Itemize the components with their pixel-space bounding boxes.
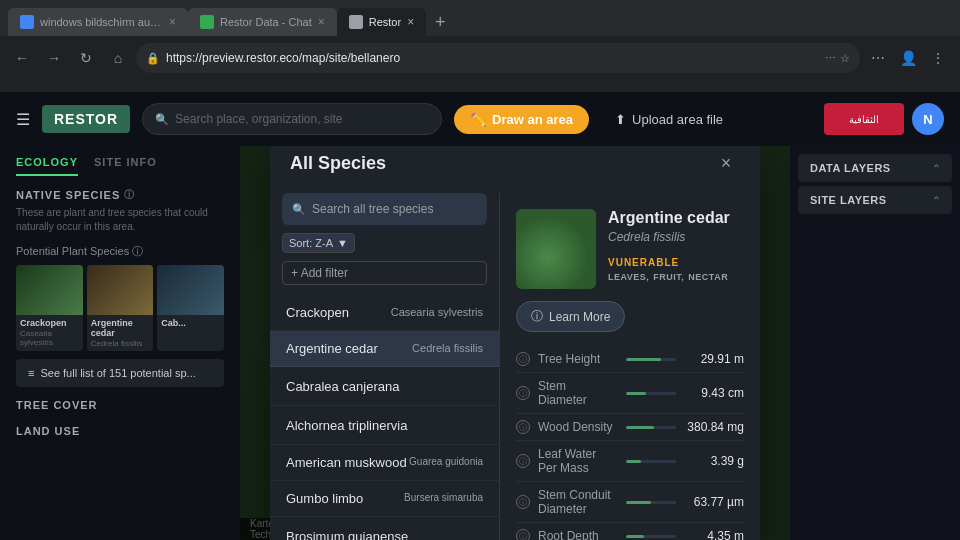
species-latin-1: Casearia sylvestris: [16, 329, 83, 350]
app-search-input[interactable]: Search place, organization, site: [175, 112, 342, 126]
stat-icon-height: ⓘ: [516, 352, 530, 366]
species-list-item-alchornea[interactable]: Alchornea triplinervia: [270, 406, 499, 445]
learn-more-button[interactable]: ⓘ Learn More: [516, 301, 625, 332]
star-icon[interactable]: ☆: [840, 52, 850, 65]
species-search-bar[interactable]: 🔍 Search all tree species: [282, 193, 487, 225]
species-item-row-2: Argentine cedar Cedrela fissilis: [286, 341, 483, 356]
draw-area-button[interactable]: ✏️ Draw an area: [454, 105, 589, 134]
hamburger-menu[interactable]: ☰: [16, 110, 30, 129]
modal-body: 🔍 Search all tree species Sort: Z-A ▼: [270, 193, 760, 540]
tab-1[interactable]: windows bildschirm aufzeicn... ×: [8, 8, 188, 36]
species-grid: Crackopen Casearia sylvestris Argentine …: [16, 265, 224, 351]
new-tab-button[interactable]: +: [426, 8, 454, 36]
species-detail-info: Argentine cedar Cedrela fissilis VUNERAB…: [608, 209, 744, 289]
stat-label-leaf: Leaf Water Per Mass: [538, 447, 618, 475]
app-search-bar[interactable]: 🔍 Search place, organization, site: [142, 103, 442, 135]
tab-1-favicon: [20, 15, 34, 29]
species-item-row: Crackopen Casearia sylvestris: [286, 305, 483, 320]
stat-label-conduit: Stem Conduit Diameter: [538, 488, 618, 516]
home-button[interactable]: ⌂: [104, 44, 132, 72]
species-name-3: Cab...: [157, 315, 224, 329]
species-card-2[interactable]: Argentine cedar Cedrela fissilis: [87, 265, 154, 351]
stat-stem-conduit: ⓘ Stem Conduit Diameter 63.77 µm: [516, 482, 744, 523]
data-layers-button[interactable]: DATA LAYERS ⌃: [798, 154, 952, 182]
see-full-list-button[interactable]: ≡ See full list of 151 potential sp...: [16, 359, 224, 387]
tab-site-info[interactable]: SITE INFO: [94, 156, 157, 176]
species-item-row-6: Gumbo limbo Bursera simaruba: [286, 491, 483, 506]
species-search-input[interactable]: Search all tree species: [312, 202, 477, 216]
back-button[interactable]: ←: [8, 44, 36, 72]
species-list-item-brosimum[interactable]: Brosimum guianense: [270, 517, 499, 540]
species-tags: LEAVES, FRUIT, NECTAR: [608, 272, 744, 282]
site-layers-button[interactable]: SITE LAYERS ⌃: [798, 186, 952, 214]
sidebar-tabs: ECOLOGY SITE INFO: [0, 146, 240, 176]
modal-close-button[interactable]: ×: [712, 149, 740, 177]
stat-leaf-water: ⓘ Leaf Water Per Mass 3.39 g: [516, 441, 744, 482]
app: ☰ RESTOR 🔍 Search place, organization, s…: [0, 92, 960, 540]
stat-bar-height: [626, 358, 676, 361]
tab-3-close[interactable]: ×: [407, 15, 414, 29]
info-circle-icon: ⓘ: [531, 308, 543, 325]
species-name-1: Crackopen: [16, 315, 83, 329]
modal-overlay: All Species × 🔍 Search all tree species: [240, 146, 790, 540]
stat-bar-stem: [626, 392, 676, 395]
menu-button[interactable]: ⋮: [924, 44, 952, 72]
extensions-button[interactable]: ⋯: [864, 44, 892, 72]
species-card-3[interactable]: Cab...: [157, 265, 224, 351]
search-icon: 🔍: [155, 113, 169, 126]
list-icon: ≡: [28, 367, 34, 379]
tab-2-close[interactable]: ×: [318, 15, 325, 29]
native-species-desc: These are plant and tree species that co…: [16, 206, 224, 234]
stat-bar-root: [626, 535, 676, 538]
tab-3[interactable]: Restor ×: [337, 8, 426, 36]
stat-value-stem: 9.43 cm: [684, 386, 744, 400]
species-list-item-cabralea[interactable]: Cabralea canjerana: [270, 367, 499, 406]
sort-select[interactable]: Sort: Z-A ▼: [282, 233, 355, 253]
tab-bar: windows bildschirm aufzeicn... × Restor …: [0, 0, 960, 36]
profile-button[interactable]: 👤: [894, 44, 922, 72]
species-list-panel: 🔍 Search all tree species Sort: Z-A ▼: [270, 193, 500, 540]
tab-3-favicon: [349, 15, 363, 29]
species-card-1[interactable]: Crackopen Casearia sylvestris: [16, 265, 83, 351]
tab-1-label: windows bildschirm aufzeicn...: [40, 16, 163, 28]
tab-ecology[interactable]: ECOLOGY: [16, 156, 78, 176]
topbar-right: الثقافية N: [824, 103, 944, 135]
tree-cover-title: TREE COVER: [16, 399, 224, 411]
stat-value-height: 29.91 m: [684, 352, 744, 366]
tab-2[interactable]: Restor Data - Chat ×: [188, 8, 337, 36]
native-species-section: NATIVE SPECIES ⓘ These are plant and tre…: [0, 176, 240, 387]
species-search-container: 🔍 Search all tree species: [270, 193, 499, 233]
reload-button[interactable]: ↻: [72, 44, 100, 72]
upload-area-button[interactable]: ⬆ Upload area file: [601, 105, 737, 134]
map-area[interactable]: Google Kartendaten © 2021 Bilder © 2021 …: [240, 146, 790, 540]
user-avatar[interactable]: N: [912, 103, 944, 135]
stat-bar-fill-wood: [626, 426, 654, 429]
address-bar[interactable]: 🔒 https://preview.restor.eco/map/site/be…: [136, 43, 860, 73]
add-filter-button[interactable]: + Add filter: [282, 261, 487, 285]
species-list-item-american[interactable]: American muskwood Guarea guidonia: [270, 445, 499, 481]
species-img-1: [16, 265, 83, 315]
tab-1-close[interactable]: ×: [169, 15, 176, 29]
sort-controls: Sort: Z-A ▼: [270, 233, 499, 261]
stat-bar-conduit: [626, 501, 676, 504]
species-thumb-inner: [516, 209, 596, 289]
right-sidebar: DATA LAYERS ⌃ SITE LAYERS ⌃: [790, 146, 960, 540]
bookmark-icon[interactable]: ⋯: [825, 52, 836, 65]
species-list-item-argentine[interactable]: Argentine cedar Cedrela fissilis: [270, 331, 499, 367]
app-body: ECOLOGY SITE INFO NATIVE SPECIES ⓘ These…: [0, 146, 960, 540]
species-search-icon: 🔍: [292, 203, 306, 216]
species-list-item-gumbo[interactable]: Gumbo limbo Bursera simaruba: [270, 481, 499, 517]
potential-species-label: Potential Plant Species ⓘ: [16, 244, 224, 259]
species-list-item-crackopen[interactable]: Crackopen Casearia sylvestris: [270, 295, 499, 331]
stat-label-height: Tree Height: [538, 352, 618, 366]
arabic-logo: الثقافية: [824, 103, 904, 135]
nav-bar: ← → ↻ ⌂ 🔒 https://preview.restor.eco/map…: [0, 36, 960, 80]
stat-value-wood: 380.84 mg: [684, 420, 744, 434]
species-latin-2: Cedrela fissilis: [87, 339, 154, 351]
modal-header: All Species ×: [270, 146, 760, 193]
app-logo: RESTOR: [42, 105, 130, 133]
stat-icon-conduit: ⓘ: [516, 495, 530, 509]
forward-button[interactable]: →: [40, 44, 68, 72]
stat-bar-wood: [626, 426, 676, 429]
tree-cover-section: TREE COVER: [0, 387, 240, 411]
